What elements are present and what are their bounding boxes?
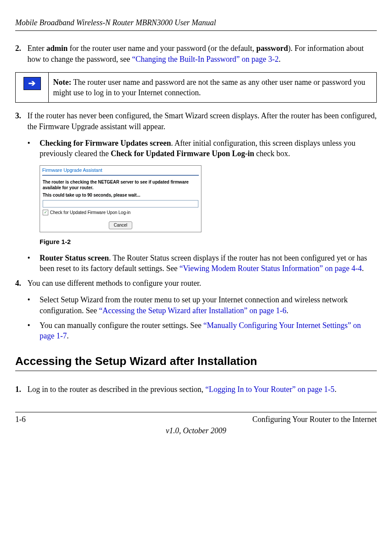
figure-caption: Figure 1-2 (40, 238, 377, 246)
step-number: 1. (15, 384, 27, 395)
arrow-right-icon: ➔ (23, 77, 41, 90)
link-router-status[interactable]: “Viewing Modem Router Status Information… (179, 264, 362, 273)
link-setup-wizard[interactable]: “Accessing the Setup Wizard after Instal… (99, 306, 286, 315)
figure-button-row: Cancel (40, 218, 201, 232)
figure-line2: This could take up to 90 seconds, please… (40, 191, 201, 199)
step-3: 3. If the router has never been configur… (15, 110, 377, 132)
text: check box. (254, 149, 290, 158)
checkbox-row: ✓ Check for Updated Firmware Upon Log-in (40, 209, 201, 218)
step-number: 3. (15, 110, 27, 132)
step-body: If the router has never been configured,… (27, 110, 377, 132)
text: Log in to the router as described in the… (27, 385, 205, 394)
page-number: 1-6 (15, 414, 26, 425)
text: You can manually configure the router se… (40, 321, 204, 330)
step-2: 2. Enter admin for the router user name … (15, 43, 377, 64)
note-text-cell: Note: The router user name and password … (49, 72, 377, 103)
version-line: v1.0, October 2009 (15, 425, 377, 436)
bold-admin: admin (46, 44, 67, 53)
link-change-password[interactable]: “Changing the Built-In Password” on page… (132, 55, 278, 64)
step-number: 4. (15, 278, 27, 288)
bullet-mark: • (27, 320, 40, 341)
note-text: The router user name and password are no… (53, 78, 365, 97)
bold-password: password (256, 44, 288, 53)
figure-1-2-container: Firmware Upgrade Assistant The router is… (40, 165, 377, 234)
step-body: You can use different methods to configu… (27, 278, 377, 288)
text: . (67, 331, 69, 340)
bullet-mark: • (27, 253, 40, 274)
text: . (286, 306, 288, 315)
bullet-manual-config: • You can manually configure the router … (27, 320, 377, 341)
link-logging-in[interactable]: “Logging In to Your Router” on page 1-5 (205, 385, 335, 394)
figure-screenshot: Firmware Upgrade Assistant The router is… (40, 165, 201, 233)
note-box: ➔ Note: The router user name and passwor… (15, 72, 377, 103)
cancel-button[interactable]: Cancel (109, 221, 132, 229)
running-header: Mobile Broadband Wireless-N Router MBRN3… (15, 17, 377, 31)
step-4: 4. You can use different methods to conf… (15, 278, 377, 288)
text: . (278, 55, 281, 64)
section-step-1: 1. Log in to the router as described in … (15, 384, 377, 395)
step-number: 2. (15, 43, 27, 64)
section-heading: Accessing the Setup Wizard after Install… (15, 354, 377, 369)
text: . (362, 264, 364, 273)
text: for the router user name and your passwo… (68, 44, 256, 53)
figure-line1: The router is checking the NETGEAR serve… (40, 178, 201, 191)
page-footer: 1-6 Configuring Your Router to the Inter… (15, 412, 377, 436)
bold: Router Status screen (40, 254, 109, 262)
checkbox-label: Check for Updated Firmware Upon Log-in (50, 210, 131, 216)
bullet-mark: • (27, 294, 40, 316)
text: . (335, 385, 337, 394)
bold: Checking for Firmware Updates screen (40, 139, 171, 147)
checkbox-icon[interactable]: ✓ (43, 210, 48, 215)
bullet-body: Router Status screen. The Router Status … (40, 253, 377, 274)
bullet-body: You can manually configure the router se… (40, 320, 377, 341)
step-body: Enter admin for the router user name and… (27, 43, 377, 64)
figure-separator (42, 175, 199, 176)
step-body: Log in to the router as described in the… (27, 384, 377, 395)
bullet-body: Select Setup Wizard from the router menu… (40, 294, 377, 316)
figure-window-title: Firmware Upgrade Assistant (40, 166, 201, 175)
bold: Check for Updated Firmware Upon Log-in (111, 149, 254, 158)
bullet-mark: • (27, 138, 40, 159)
progress-bar (43, 200, 198, 207)
note-icon-cell: ➔ (16, 72, 49, 103)
bullet-body: Checking for Firmware Updates screen. Af… (40, 138, 377, 159)
bullet-setup-wizard: • Select Setup Wizard from the router me… (27, 294, 377, 316)
section-rule (15, 371, 377, 371)
bullet-router-status: • Router Status screen. The Router Statu… (27, 253, 377, 274)
note-label: Note: (53, 78, 71, 87)
bullet-checking-firmware: • Checking for Firmware Updates screen. … (27, 138, 377, 159)
text: Enter (27, 44, 46, 53)
chapter-title: Configuring Your Router to the Internet (252, 414, 377, 425)
